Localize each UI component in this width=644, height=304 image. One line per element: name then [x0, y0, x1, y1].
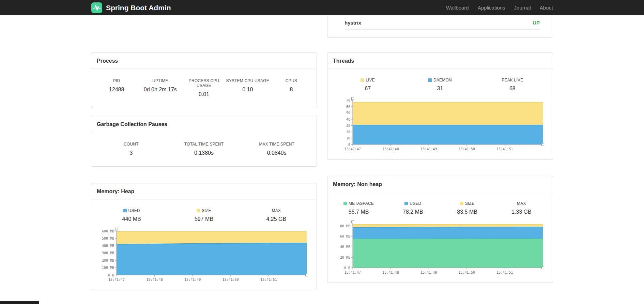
stat-system-cpu: SYSTEM CPU USAGE 0.10 [226, 78, 270, 97]
status-badge: UP [533, 20, 540, 26]
threads-legend: LIVE 67 DAEMON 31 PEAK LIVE 68 [327, 69, 553, 92]
legend-item-peak-live: PEAK LIVE 68 [476, 78, 549, 92]
memory-heap-legend: USED 440 MB SIZE 597 MB MAX 4.25 GB [91, 199, 317, 222]
svg-text:15:41:49: 15:41:49 [184, 278, 201, 282]
main-content: Process PID 12488 UPTIME 0d 0h 2m 17s PR… [91, 15, 553, 290]
svg-text:30: 30 [346, 124, 350, 127]
nav-item-journal[interactable]: Journal [514, 5, 531, 11]
footer-bar-partial [0, 301, 39, 304]
process-card: Process PID 12488 UPTIME 0d 0h 2m 17s PR… [91, 52, 317, 108]
stat-gc-count: COUNT 3 [95, 142, 168, 156]
svg-text:60: 60 [346, 105, 350, 109]
nav-item-about[interactable]: About [540, 5, 553, 11]
brand-title: Spring Boot Admin [106, 4, 171, 12]
left-column: Process PID 12488 UPTIME 0d 0h 2m 17s PR… [91, 15, 317, 290]
svg-text:400 MB: 400 MB [102, 244, 114, 248]
nav-item-wallboard[interactable]: Wallboard [446, 5, 469, 11]
nav-links: Wallboard Applications Journal About [446, 5, 553, 11]
svg-text:300 MB: 300 MB [102, 251, 114, 255]
process-stats: PID 12488 UPTIME 0d 0h 2m 17s PROCESS CP… [91, 69, 317, 108]
memory-heap-card: Memory: Heap USED 440 MB SIZE 597 MB MAX [91, 183, 317, 290]
health-row[interactable]: hystrix UP [344, 15, 540, 30]
legend-item-size: SIZE 597 MB [168, 208, 240, 222]
svg-text:15:41:48: 15:41:48 [383, 147, 399, 151]
process-card-title: Process [91, 53, 317, 69]
brand-logo-icon [91, 2, 103, 14]
svg-text:600 MB: 600 MB [102, 229, 114, 233]
legend-item-used: USED 440 MB [95, 208, 168, 222]
svg-text:40: 40 [346, 118, 350, 121]
legend-item-daemon: DAEMON 31 [404, 78, 476, 92]
legend-item-max: MAX 1.33 GB [494, 201, 549, 215]
legend-swatch [460, 202, 463, 205]
svg-text:200 MB: 200 MB [102, 259, 114, 262]
svg-text:15:41:47: 15:41:47 [344, 147, 361, 151]
svg-text:15:41:49: 15:41:49 [420, 271, 437, 274]
svg-text:100 MB: 100 MB [102, 266, 114, 270]
legend-swatch [343, 202, 347, 205]
svg-text:0 B: 0 B [108, 273, 114, 277]
legend-item-metaspace: METASPACE 55.7 MB [332, 201, 386, 215]
legend-swatch [428, 78, 432, 82]
nav-item-applications[interactable]: Applications [478, 5, 505, 11]
memory-heap-card-title: Memory: Heap [91, 183, 317, 199]
stat-gc-max-time: MAX TIME SPENT 0.0840s [240, 142, 313, 156]
threads-card: Threads LIVE 67 DAEMON 31 PEAK LIVE 68 [327, 52, 553, 159]
svg-text:15:41:48: 15:41:48 [147, 278, 163, 282]
nonheap-chart: 0 B20 MB40 MB60 MB80 MB15:41:4715:41:481… [327, 215, 553, 283]
legend-swatch [361, 78, 364, 82]
health-card: hystrix UP [327, 15, 553, 38]
svg-text:70: 70 [346, 98, 350, 102]
legend-item-live: LIVE 67 [332, 78, 404, 92]
svg-text:60 MB: 60 MB [340, 234, 350, 238]
svg-text:40 MB: 40 MB [340, 245, 350, 249]
svg-text:80 MB: 80 MB [340, 224, 350, 228]
navbar: Spring Boot Admin Wallboard Applications… [0, 0, 644, 15]
stat-pid: PID 12488 [95, 78, 138, 97]
legend-swatch [123, 209, 127, 212]
legend-swatch [404, 202, 408, 205]
threads-chart: 01020304050607015:41:4715:41:4815:41:491… [327, 92, 553, 159]
svg-text:20: 20 [346, 130, 350, 134]
heap-chart: 0 B100 MB200 MB300 MB400 MB500 MB600 MB1… [91, 222, 317, 290]
svg-text:15:41:47: 15:41:47 [344, 271, 361, 274]
gc-stats: COUNT 3 TOTAL TIME SPENT 0.1380s MAX TIM… [91, 132, 317, 166]
legend-swatch [197, 209, 200, 212]
stat-gc-total-time: TOTAL TIME SPENT 0.1380s [168, 142, 241, 156]
svg-text:10: 10 [346, 136, 350, 140]
svg-text:20 MB: 20 MB [340, 256, 350, 259]
svg-text:0: 0 [348, 143, 350, 147]
svg-text:0 B: 0 B [344, 266, 350, 270]
memory-nonheap-legend: METASPACE 55.7 MB USED 78.2 MB SIZE 83.5… [327, 192, 553, 215]
right-column: hystrix UP Threads LIVE 67 DAEMON 31 [327, 15, 553, 290]
svg-text:15:41:48: 15:41:48 [383, 271, 399, 274]
gc-card-title: Garbage Collection Pauses [91, 116, 317, 132]
svg-text:15:41:50: 15:41:50 [223, 278, 239, 282]
gc-card: Garbage Collection Pauses COUNT 3 TOTAL … [91, 116, 317, 167]
stat-cpus: CPUS 8 [270, 78, 313, 97]
svg-text:500 MB: 500 MB [102, 237, 114, 240]
svg-text:15:41:50: 15:41:50 [459, 147, 475, 151]
svg-text:15:41:51: 15:41:51 [496, 271, 513, 274]
svg-text:50: 50 [346, 111, 350, 115]
brand-link[interactable]: Spring Boot Admin [91, 2, 171, 14]
stat-process-cpu: PROCESS CPU USAGE 0.01 [182, 78, 226, 97]
stat-uptime: UPTIME 0d 0h 2m 17s [138, 78, 182, 97]
navbar-container: Spring Boot Admin Wallboard Applications… [91, 2, 553, 14]
svg-text:15:41:51: 15:41:51 [496, 147, 513, 151]
legend-item-size: SIZE 83.5 MB [440, 201, 494, 215]
service-name: hystrix [344, 20, 361, 26]
svg-text:15:41:50: 15:41:50 [459, 271, 475, 274]
threads-card-title: Threads [327, 53, 553, 69]
svg-text:15:41:47: 15:41:47 [108, 278, 125, 282]
memory-nonheap-card: Memory: Non heap METASPACE 55.7 MB USED … [327, 176, 553, 283]
svg-text:15:41:49: 15:41:49 [420, 147, 437, 151]
legend-item-max: MAX 4.25 GB [240, 208, 312, 222]
svg-text:15:41:51: 15:41:51 [260, 278, 277, 282]
legend-item-used: USED 78.2 MB [386, 201, 440, 215]
memory-nonheap-card-title: Memory: Non heap [327, 176, 553, 192]
